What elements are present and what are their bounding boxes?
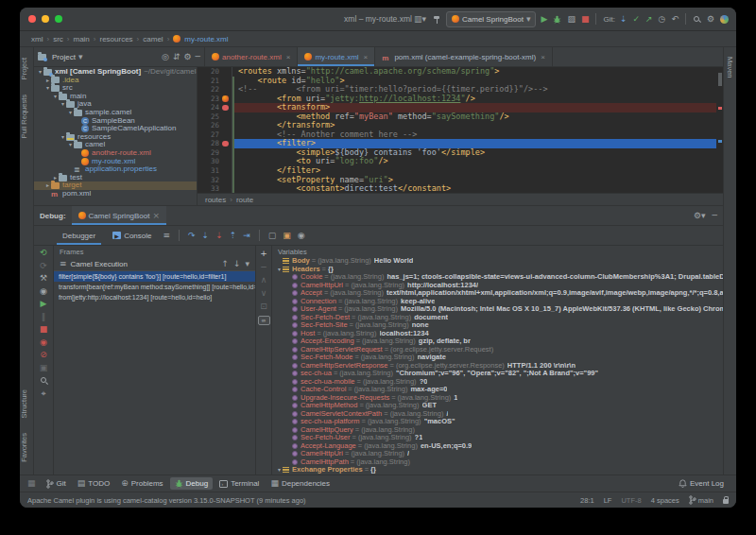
frames-filter-icon[interactable]: ▾ [245, 260, 249, 268]
status-segment-LF[interactable]: LF [604, 496, 612, 505]
search-debug-icon[interactable] [40, 376, 48, 385]
run-debug-widget-icon[interactable]: ▥▾ [414, 15, 426, 24]
variable-row-upgrade-insecure-requests[interactable]: Upgrade-Insecure-Requests=(java.lang.Str… [276, 394, 723, 403]
variable-row-sec-ch-ua-platform[interactable]: sec-ch-ua-platform=(java.lang.String)"ma… [276, 418, 723, 426]
step-over-icon[interactable]: ↷ [188, 232, 196, 240]
coverage-icon[interactable]: ▨ [567, 15, 576, 24]
editor-gutter[interactable]: 31 [198, 166, 232, 176]
gutter-icon-slot[interactable] [221, 166, 232, 176]
editor-gutter[interactable]: 25 [198, 112, 232, 122]
tree-chevron-icon[interactable]: ▾ [37, 68, 43, 77]
variable-row-sec-ch-ua-mobile[interactable]: sec-ch-ua-mobile=(java.lang.String)?0 [276, 378, 723, 387]
sidebar-item-project[interactable]: Project [20, 58, 28, 79]
editor-gutter[interactable]: 30 [198, 157, 232, 166]
editor-gutter[interactable]: 26 [198, 121, 232, 130]
sidebar-item-pull-requests[interactable]: Pull Requests [20, 95, 28, 138]
close-icon[interactable]: × [152, 212, 160, 220]
gutter-icon-slot[interactable] [221, 184, 232, 193]
expand-collapse-icon[interactable]: ⇵ [173, 53, 180, 61]
variable-row-accept[interactable]: Accept=(java.lang.String)text/html,appli… [276, 289, 723, 298]
editor-gutter[interactable]: 33 [198, 184, 232, 193]
variable-row-sec-ch-ua[interactable]: sec-ch-ua=(java.lang.String)"Chromium";v… [276, 370, 723, 378]
code-text[interactable]: <to uri="log:foo"/> [232, 157, 723, 166]
locate-file-icon[interactable]: ◎ [162, 53, 169, 61]
gutter-icon-slot[interactable] [221, 95, 232, 104]
breadcrumb-item-my-route-xml[interactable]: my-route.xml [184, 35, 228, 43]
camel-exchange-icon[interactable]: ◉ [40, 287, 47, 296]
code-line-31[interactable]: 31 </filter> [198, 166, 723, 176]
code-line-33[interactable]: 33 <constant>direct:test</constant> [198, 184, 723, 193]
stop-icon[interactable]: ■ [581, 15, 590, 24]
move-up-icon[interactable]: ∧ [261, 276, 267, 285]
step-out-icon[interactable]: ⇡ [230, 232, 237, 240]
status-segment-UTF-8[interactable]: UTF-8 [621, 496, 641, 505]
editor-gutter[interactable]: 24 [198, 103, 232, 112]
frame-item-0[interactable]: filter[simple{${body} contains 'foo'}] [… [54, 271, 255, 282]
force-step-into-icon[interactable]: ⇣ [215, 232, 223, 240]
code-text[interactable]: <transform> [232, 103, 723, 112]
rollback-icon[interactable]: ↶ [671, 15, 679, 24]
sidebar-item-favorites[interactable]: Favorites [20, 433, 28, 462]
editor-gutter[interactable]: 32 [198, 176, 232, 185]
run-icon[interactable]: ▶ [541, 15, 547, 24]
code-text[interactable]: <simple>${body} contains 'foo'</simple> [232, 148, 723, 158]
variable-row-camelhttpuri[interactable]: CamelHttpUri=(java.lang.String)/ [276, 450, 723, 458]
breadcrumb-item-src[interactable]: src [53, 35, 63, 43]
editor-gutter[interactable]: 22 [198, 85, 232, 95]
tree-item-pom.xml[interactable]: mpom.xml [34, 190, 197, 198]
code-line-21[interactable]: 21 <route id="hello"> [198, 77, 723, 86]
tab-pom.xml[interactable]: mpom.xml (camel-example-spring-boot-xml)… [375, 47, 553, 66]
tree-item-test[interactable]: ▸test [34, 174, 197, 182]
hide-panel-icon[interactable]: ─ [196, 53, 200, 61]
breadcrumb-item-xml[interactable]: xml [31, 35, 43, 43]
editor-gutter[interactable]: 20 [198, 67, 232, 77]
code-line-32[interactable]: 32 <setProperty name="uri"> [198, 176, 723, 185]
event-log-button[interactable]: Event Log [674, 477, 729, 490]
debug-session-tab[interactable]: Camel SpringBoot × [72, 206, 166, 225]
tab-debugger[interactable]: Debugger [57, 226, 101, 245]
variable-row-camelhttppath[interactable]: CamelHttpPath=(java.lang.String) [276, 458, 723, 467]
status-segment-4-spaces[interactable]: 4 spaces [651, 496, 679, 505]
tree-chevron-icon[interactable]: ▾ [67, 141, 74, 149]
breakpoint-icon[interactable] [222, 105, 229, 112]
camel-breakpoint-icon[interactable] [222, 95, 229, 102]
add-watch-icon[interactable]: + [260, 250, 267, 258]
code-text[interactable]: <filter> [232, 139, 723, 148]
variable-row-sec-fetch-mode[interactable]: Sec-Fetch-Mode=(java.lang.String)navigat… [276, 354, 723, 362]
variable-row-camelhttpquery[interactable]: CamelHttpQuery=(java.lang.String) [276, 426, 723, 435]
frame-down-icon[interactable]: ↓ [233, 260, 241, 268]
tree-item-xml-camel-springboot-[interactable]: ▾xml [Camel SpringBoot]~/Dev/git/camel-s… [34, 68, 197, 77]
show-watches-icon[interactable]: ∞ [258, 316, 270, 325]
breakpoint-icon[interactable] [222, 141, 229, 147]
gutter-icon-slot[interactable] [221, 77, 232, 86]
code-line-30[interactable]: 30 <to uri="log:foo"/> [198, 157, 723, 166]
plugin-updates-icon[interactable] [720, 15, 729, 24]
tree-item-.idea[interactable]: ▸.idea [34, 77, 197, 85]
editor-gutter[interactable]: 23 [198, 95, 232, 104]
run-configuration-select[interactable]: Camel SpringBoot ▾ [446, 11, 536, 27]
variable-row-body[interactable]: Body=(java.lang.String)Hello World [276, 257, 723, 266]
run-to-cursor-icon[interactable]: ⇥ [243, 232, 250, 240]
gutter-icon-slot[interactable] [221, 103, 232, 112]
resume-icon[interactable]: ▶ [41, 300, 47, 308]
view-layout-icon[interactable]: ▢ [268, 232, 277, 240]
gutter-icon-slot[interactable] [221, 139, 232, 148]
variable-row-host[interactable]: Host=(java.lang.String)localhost:1234 [276, 330, 723, 338]
gutter-icon-slot[interactable] [221, 130, 232, 140]
variable-row-headers[interactable]: ▾Headers={} [276, 266, 723, 274]
editor-crumb-route[interactable]: route [236, 196, 253, 204]
toolwindow-dependencies[interactable]: ▦Dependencies [266, 477, 335, 490]
code-line-25[interactable]: 25 <method ref="myBean" method="saySomet… [198, 112, 723, 122]
code-line-26[interactable]: 26 </transform> [198, 121, 723, 130]
tree-chevron-icon[interactable]: ▸ [44, 77, 51, 85]
code-text[interactable]: <!-- <from uri="timer:hello?period={{tim… [232, 85, 723, 95]
close-tab-icon[interactable]: × [541, 53, 545, 61]
rerun-icon[interactable]: ⟲ [40, 249, 47, 257]
editor-crumb-routes[interactable]: routes [205, 196, 226, 204]
code-text[interactable]: <method ref="myBean" method="saySomethin… [232, 112, 723, 122]
variable-row-camelhttpurl[interactable]: CamelHttpUrl=(java.lang.String)http://lo… [276, 282, 723, 290]
gutter-icon-slot[interactable] [221, 157, 232, 166]
camel-debugger-icon[interactable]: ▣ [283, 232, 291, 240]
variable-row-camelhttpservletresponse[interactable]: CamelHttpServletResponse=(org.eclipse.je… [276, 362, 723, 371]
tree-chevron-icon[interactable]: ▾ [67, 109, 74, 117]
